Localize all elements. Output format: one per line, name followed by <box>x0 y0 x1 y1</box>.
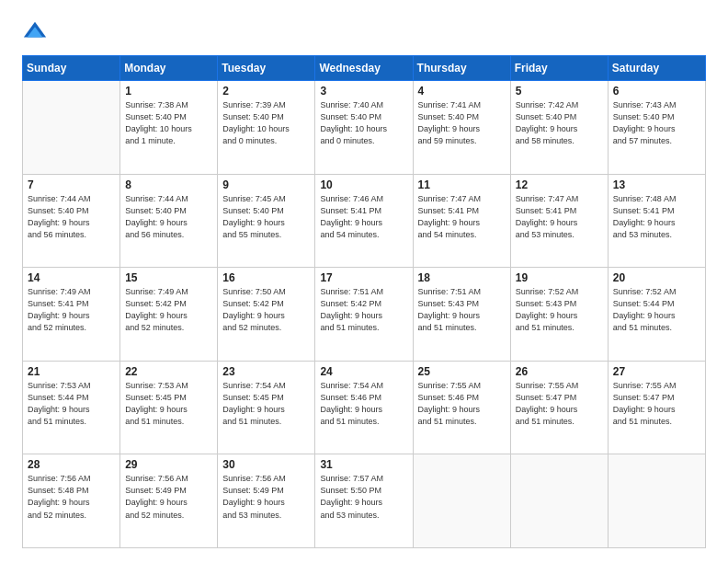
day-number: 6 <box>613 85 700 98</box>
logo <box>22 18 51 44</box>
day-number: 26 <box>516 365 603 378</box>
calendar-cell: 23Sunrise: 7:54 AM Sunset: 5:45 PM Dayli… <box>218 361 315 454</box>
day-info: Sunrise: 7:46 AM Sunset: 5:41 PM Dayligh… <box>320 193 407 241</box>
calendar-cell <box>510 454 608 548</box>
day-number: 8 <box>125 178 212 191</box>
day-info: Sunrise: 7:38 AM Sunset: 5:40 PM Dayligh… <box>125 99 212 147</box>
dow-header-saturday: Saturday <box>608 56 705 81</box>
calendar-cell: 7Sunrise: 7:44 AM Sunset: 5:40 PM Daylig… <box>23 174 120 268</box>
day-info: Sunrise: 7:43 AM Sunset: 5:40 PM Dayligh… <box>613 99 700 147</box>
day-info: Sunrise: 7:54 AM Sunset: 5:46 PM Dayligh… <box>320 380 407 428</box>
calendar-cell: 27Sunrise: 7:55 AM Sunset: 5:47 PM Dayli… <box>608 361 705 454</box>
calendar-cell: 12Sunrise: 7:47 AM Sunset: 5:41 PM Dayli… <box>510 174 608 268</box>
day-number: 5 <box>516 85 603 98</box>
day-number: 19 <box>516 271 603 284</box>
calendar-cell: 19Sunrise: 7:52 AM Sunset: 5:43 PM Dayli… <box>510 268 608 362</box>
calendar-cell: 3Sunrise: 7:40 AM Sunset: 5:40 PM Daylig… <box>315 81 413 175</box>
dow-header-sunday: Sunday <box>23 56 120 81</box>
day-info: Sunrise: 7:49 AM Sunset: 5:42 PM Dayligh… <box>125 286 212 334</box>
calendar-cell: 17Sunrise: 7:51 AM Sunset: 5:42 PM Dayli… <box>315 268 413 362</box>
calendar-cell: 13Sunrise: 7:48 AM Sunset: 5:41 PM Dayli… <box>608 174 705 268</box>
day-number: 9 <box>222 178 310 191</box>
day-info: Sunrise: 7:47 AM Sunset: 5:41 PM Dayligh… <box>516 193 603 241</box>
day-number: 16 <box>222 271 310 284</box>
day-number: 25 <box>418 365 506 378</box>
calendar-cell: 18Sunrise: 7:51 AM Sunset: 5:43 PM Dayli… <box>413 268 510 362</box>
day-number: 17 <box>320 271 407 284</box>
day-info: Sunrise: 7:53 AM Sunset: 5:45 PM Dayligh… <box>125 380 212 428</box>
day-info: Sunrise: 7:56 AM Sunset: 5:49 PM Dayligh… <box>222 473 310 521</box>
day-number: 2 <box>222 85 310 98</box>
day-info: Sunrise: 7:56 AM Sunset: 5:49 PM Dayligh… <box>125 473 212 521</box>
day-info: Sunrise: 7:53 AM Sunset: 5:44 PM Dayligh… <box>28 380 115 428</box>
calendar-body: 1Sunrise: 7:38 AM Sunset: 5:40 PM Daylig… <box>23 81 706 548</box>
week-row-4: 21Sunrise: 7:53 AM Sunset: 5:44 PM Dayli… <box>23 361 706 454</box>
day-info: Sunrise: 7:56 AM Sunset: 5:48 PM Dayligh… <box>28 473 115 521</box>
day-number: 3 <box>320 85 407 98</box>
week-row-3: 14Sunrise: 7:49 AM Sunset: 5:41 PM Dayli… <box>23 268 706 362</box>
day-info: Sunrise: 7:49 AM Sunset: 5:41 PM Dayligh… <box>28 286 115 334</box>
day-number: 13 <box>613 178 700 191</box>
day-number: 31 <box>320 458 407 471</box>
day-number: 21 <box>28 365 115 378</box>
dow-header-wednesday: Wednesday <box>315 56 413 81</box>
day-info: Sunrise: 7:55 AM Sunset: 5:47 PM Dayligh… <box>516 380 603 428</box>
day-number: 20 <box>613 271 700 284</box>
day-info: Sunrise: 7:39 AM Sunset: 5:40 PM Dayligh… <box>222 99 310 147</box>
day-number: 1 <box>125 85 212 98</box>
dow-header-friday: Friday <box>510 56 608 81</box>
day-info: Sunrise: 7:55 AM Sunset: 5:47 PM Dayligh… <box>613 380 700 428</box>
day-number: 22 <box>125 365 212 378</box>
calendar-cell: 5Sunrise: 7:42 AM Sunset: 5:40 PM Daylig… <box>510 81 608 175</box>
day-number: 12 <box>516 178 603 191</box>
calendar-cell: 24Sunrise: 7:54 AM Sunset: 5:46 PM Dayli… <box>315 361 413 454</box>
dow-header-monday: Monday <box>120 56 218 81</box>
calendar-cell: 14Sunrise: 7:49 AM Sunset: 5:41 PM Dayli… <box>23 268 120 362</box>
calendar-cell: 4Sunrise: 7:41 AM Sunset: 5:40 PM Daylig… <box>413 81 510 175</box>
calendar-cell <box>608 454 705 548</box>
day-number: 23 <box>222 365 310 378</box>
day-number: 15 <box>125 271 212 284</box>
day-info: Sunrise: 7:50 AM Sunset: 5:42 PM Dayligh… <box>222 286 310 334</box>
day-number: 29 <box>125 458 212 471</box>
day-number: 4 <box>418 85 506 98</box>
day-info: Sunrise: 7:54 AM Sunset: 5:45 PM Dayligh… <box>222 380 310 428</box>
day-info: Sunrise: 7:45 AM Sunset: 5:40 PM Dayligh… <box>222 193 310 241</box>
dow-header-tuesday: Tuesday <box>218 56 315 81</box>
day-number: 14 <box>28 271 115 284</box>
day-info: Sunrise: 7:51 AM Sunset: 5:42 PM Dayligh… <box>320 286 407 334</box>
day-info: Sunrise: 7:48 AM Sunset: 5:41 PM Dayligh… <box>613 193 700 241</box>
calendar-cell: 16Sunrise: 7:50 AM Sunset: 5:42 PM Dayli… <box>218 268 315 362</box>
calendar-table: SundayMondayTuesdayWednesdayThursdayFrid… <box>22 55 706 548</box>
calendar-cell <box>23 81 120 175</box>
day-number: 30 <box>222 458 310 471</box>
calendar-cell: 8Sunrise: 7:44 AM Sunset: 5:40 PM Daylig… <box>120 174 218 268</box>
calendar-cell: 9Sunrise: 7:45 AM Sunset: 5:40 PM Daylig… <box>218 174 315 268</box>
week-row-1: 1Sunrise: 7:38 AM Sunset: 5:40 PM Daylig… <box>23 81 706 175</box>
day-info: Sunrise: 7:47 AM Sunset: 5:41 PM Dayligh… <box>418 193 506 241</box>
calendar-cell: 31Sunrise: 7:57 AM Sunset: 5:50 PM Dayli… <box>315 454 413 548</box>
calendar-cell: 11Sunrise: 7:47 AM Sunset: 5:41 PM Dayli… <box>413 174 510 268</box>
week-row-2: 7Sunrise: 7:44 AM Sunset: 5:40 PM Daylig… <box>23 174 706 268</box>
calendar-cell: 26Sunrise: 7:55 AM Sunset: 5:47 PM Dayli… <box>510 361 608 454</box>
calendar-cell: 28Sunrise: 7:56 AM Sunset: 5:48 PM Dayli… <box>23 454 120 548</box>
calendar-cell: 20Sunrise: 7:52 AM Sunset: 5:44 PM Dayli… <box>608 268 705 362</box>
day-number: 7 <box>28 178 115 191</box>
day-info: Sunrise: 7:57 AM Sunset: 5:50 PM Dayligh… <box>320 473 407 521</box>
day-of-week-row: SundayMondayTuesdayWednesdayThursdayFrid… <box>23 56 706 81</box>
day-number: 28 <box>28 458 115 471</box>
page: SundayMondayTuesdayWednesdayThursdayFrid… <box>0 0 728 563</box>
week-row-5: 28Sunrise: 7:56 AM Sunset: 5:48 PM Dayli… <box>23 454 706 548</box>
day-info: Sunrise: 7:41 AM Sunset: 5:40 PM Dayligh… <box>418 99 506 147</box>
day-info: Sunrise: 7:51 AM Sunset: 5:43 PM Dayligh… <box>418 286 506 334</box>
calendar-cell: 1Sunrise: 7:38 AM Sunset: 5:40 PM Daylig… <box>120 81 218 175</box>
day-number: 24 <box>320 365 407 378</box>
day-number: 27 <box>613 365 700 378</box>
header <box>22 18 706 44</box>
dow-header-thursday: Thursday <box>413 56 510 81</box>
logo-icon <box>22 18 48 44</box>
calendar-cell: 22Sunrise: 7:53 AM Sunset: 5:45 PM Dayli… <box>120 361 218 454</box>
calendar-cell <box>413 454 510 548</box>
calendar-cell: 21Sunrise: 7:53 AM Sunset: 5:44 PM Dayli… <box>23 361 120 454</box>
day-info: Sunrise: 7:40 AM Sunset: 5:40 PM Dayligh… <box>320 99 407 147</box>
